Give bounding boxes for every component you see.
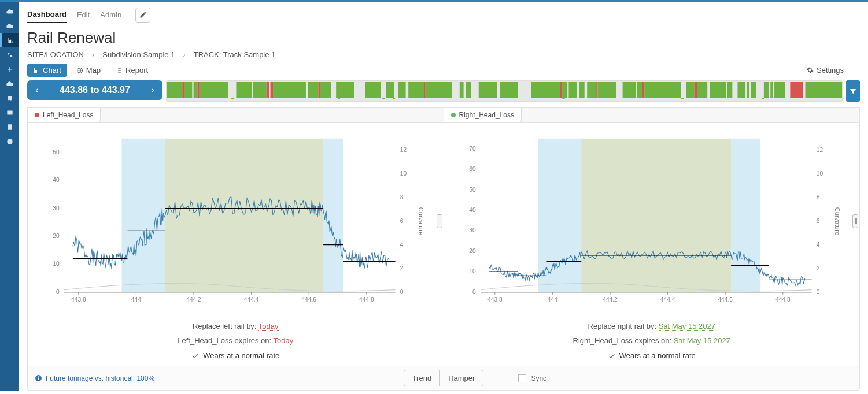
svg-rect-23 [336,82,354,98]
nav-icon-plus[interactable] [0,62,19,76]
svg-text:8: 8 [816,194,819,200]
settings-link[interactable]: Settings [806,66,860,75]
crumb-track[interactable]: TRACK: Track Sample 1 [194,50,276,59]
svg-rect-27 [408,82,424,98]
right-panel-tab[interactable]: Right_Head_Loss [444,108,522,122]
svg-text:2: 2 [816,265,819,272]
svg-rect-50 [727,82,732,98]
panel-drag-handle[interactable] [437,214,442,228]
sync-checkbox[interactable] [518,374,526,382]
nav-icon-cloud-2[interactable] [0,18,19,33]
expires-right-value[interactable]: Sat May 15 2027 [674,336,730,345]
svg-rect-42 [622,82,636,98]
svg-rect-38 [579,82,584,98]
svg-text:444: 444 [131,296,141,303]
nav-icon-chart[interactable] [0,33,19,47]
breadcrumb: SITE/LOCATION › Subdivision Sample 1 › T… [27,50,860,59]
left-chart[interactable]: 01020304050024681012443.8444444.2444.444… [40,130,419,313]
nav-icon-cloud-1[interactable] [0,4,19,18]
svg-rect-14 [200,82,228,98]
hamper-button[interactable]: Hamper [440,370,483,386]
svg-text:444: 444 [547,296,557,303]
side-nav [0,2,19,391]
chevron-right-icon: › [183,50,185,59]
tab-dashboard[interactable]: Dashboard [27,6,67,23]
view-map-button[interactable]: Map [71,64,106,77]
svg-text:10: 10 [816,170,823,177]
nav-icon-help[interactable] [0,134,19,148]
replace-right-value[interactable]: Sat May 15 2027 [659,322,715,331]
expires-left-value[interactable]: Today [274,336,294,345]
footer-info: Future tonnage vs. historical: 100% [46,374,154,382]
svg-text:40: 40 [469,207,476,213]
svg-text:6: 6 [400,218,404,224]
svg-text:30: 30 [53,205,60,211]
svg-rect-44 [642,82,644,98]
svg-rect-40 [596,82,597,98]
svg-rect-57 [790,82,803,98]
right-panel: Right_Head_Loss 010203040506070024681012… [444,107,860,366]
svg-rect-55 [770,82,773,98]
tab-admin[interactable]: Admin [100,7,121,23]
svg-rect-31 [466,82,471,98]
svg-text:20: 20 [469,248,476,254]
chevron-right-icon: › [92,50,94,59]
range-text: 443.86 to 443.97 [47,85,143,95]
svg-rect-5 [7,110,12,114]
replace-left-value[interactable]: Today [258,322,279,331]
svg-rect-52 [747,82,749,98]
svg-rect-32 [479,82,497,98]
right-chart[interactable]: 010203040506070024681012443.8444444.2444… [457,130,836,313]
svg-rect-34 [531,82,560,98]
panel-drag-handle[interactable] [852,214,858,228]
view-report-button[interactable]: Report [110,64,154,77]
svg-text:30: 30 [469,227,476,233]
svg-rect-20 [308,82,318,98]
view-chart-button[interactable]: Chart [27,64,67,77]
left-wear-status: Wears at a normal rate [28,348,444,366]
svg-text:12: 12 [400,147,407,153]
svg-text:40: 40 [53,177,60,183]
green-dot-icon [451,113,456,117]
svg-rect-13 [197,82,199,98]
svg-rect-18 [270,82,273,98]
trend-button[interactable]: Trend [404,370,440,386]
compose-button[interactable] [135,8,150,23]
replace-right-label: Replace right rail by: [588,322,659,330]
svg-rect-46 [686,82,695,98]
crumb-subdivision[interactable]: Subdivision Sample 1 [102,50,175,59]
nav-icon-cloud-3[interactable] [0,76,19,91]
nav-icon-mail[interactable] [0,105,19,120]
tab-edit[interactable]: Edit [77,7,90,23]
svg-rect-103 [731,139,760,292]
left-panel-tab[interactable]: Left_Head_Loss [28,108,101,122]
page-title: Rail Renewal [27,29,860,47]
svg-text:444.4: 444.4 [660,296,675,303]
range-prev-button[interactable]: ‹ [27,85,47,95]
svg-rect-65 [762,98,764,99]
left-panel: Left_Head_Loss 01020304050024681012443.8… [28,107,444,366]
nav-icon-gears[interactable] [0,47,19,62]
svg-rect-17 [267,82,269,98]
footer-bar: Future tonnage vs. historical: 100% Tren… [28,366,859,390]
svg-rect-62 [393,98,395,99]
svg-rect-60 [231,98,234,99]
filter-button[interactable] [846,80,860,102]
nav-icon-clipboard[interactable] [0,120,19,134]
svg-rect-11 [184,82,193,98]
nav-icon-train[interactable] [0,91,19,105]
svg-text:60: 60 [469,166,476,172]
curvature-axis-label: Curvature [418,207,424,235]
replace-left-label: Replace left rail by: [193,322,258,330]
svg-text:6: 6 [816,218,819,224]
svg-point-7 [7,139,12,144]
svg-rect-58 [805,82,842,98]
svg-rect-39 [587,82,596,98]
range-next-button[interactable]: › [143,85,162,95]
svg-rect-102 [581,139,731,292]
svg-rect-41 [597,82,616,98]
svg-rect-141 [38,377,39,377]
track-strip[interactable] [166,80,843,102]
svg-rect-16 [253,82,267,98]
crumb-site[interactable]: SITE/LOCATION [27,50,84,59]
